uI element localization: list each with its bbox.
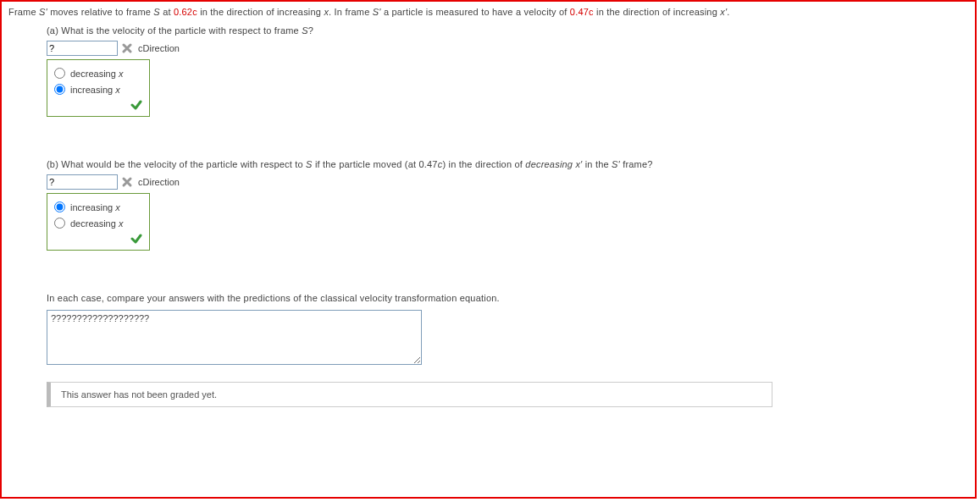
compare-prompt: In each case, compare your answers with … bbox=[47, 293, 968, 303]
text: at bbox=[160, 7, 174, 17]
grading-status-box: This answer has not been graded yet. bbox=[47, 382, 772, 407]
option-label: increasing x bbox=[70, 202, 120, 212]
part-b-answer-row: cDirection bbox=[47, 174, 968, 190]
text: a particle is measured to have a velocit… bbox=[381, 7, 570, 17]
text: ? bbox=[308, 25, 313, 36]
radio-decreasing-x[interactable] bbox=[54, 68, 65, 79]
text: Frame bbox=[8, 7, 39, 17]
unit-label: cDirection bbox=[138, 43, 180, 53]
radio-increasing-x[interactable] bbox=[54, 201, 65, 212]
text: . bbox=[727, 7, 729, 17]
value-speed-particle: 0.47c bbox=[570, 7, 594, 17]
correct-indicator-row bbox=[53, 231, 144, 248]
part-a-numeric-input[interactable] bbox=[47, 41, 118, 56]
phrase-decreasing-x-prime: decreasing x' bbox=[525, 159, 582, 169]
var-s: S bbox=[302, 25, 308, 36]
spacer bbox=[8, 251, 968, 288]
part-b-section: (b) What would be the velocity of the pa… bbox=[47, 159, 968, 251]
text: (b) What would be the velocity of the pa… bbox=[47, 159, 306, 169]
var-x: x bbox=[119, 218, 124, 229]
option-label: decreasing x bbox=[70, 218, 123, 229]
var-x: x bbox=[119, 69, 124, 79]
compare-section: In each case, compare your answers with … bbox=[47, 293, 968, 407]
question-frame: Frame S' moves relative to frame S at 0.… bbox=[0, 0, 977, 499]
radio-decreasing-x[interactable] bbox=[54, 218, 65, 229]
incorrect-icon bbox=[121, 42, 133, 54]
text: ) in the direction of bbox=[442, 159, 525, 169]
option-label: increasing x bbox=[70, 85, 120, 95]
part-b-numeric-input[interactable] bbox=[47, 174, 118, 190]
text: frame? bbox=[620, 159, 653, 169]
correct-icon bbox=[130, 233, 142, 245]
correct-indicator-row bbox=[53, 97, 144, 114]
essay-textarea[interactable] bbox=[47, 310, 422, 365]
text: in the direction of increasing bbox=[594, 7, 720, 17]
value-speed-frame: 0.62c bbox=[174, 7, 197, 17]
part-a-question: (a) What is the velocity of the particle… bbox=[47, 25, 968, 36]
part-a-answer-row: cDirection bbox=[47, 41, 968, 56]
var-s-prime: S' bbox=[612, 159, 620, 169]
var-x: x bbox=[115, 202, 120, 212]
part-b-question: (b) What would be the velocity of the pa… bbox=[47, 159, 968, 169]
text: in the bbox=[582, 159, 612, 169]
grading-status-text: This answer has not been graded yet. bbox=[61, 389, 217, 400]
part-a-direction-group: decreasing x increasing x bbox=[47, 59, 150, 117]
var-s: S bbox=[306, 159, 313, 169]
var-s: S bbox=[153, 7, 160, 17]
unit-label: cDirection bbox=[138, 177, 180, 187]
spacer bbox=[8, 117, 968, 154]
text: increasing bbox=[70, 202, 115, 212]
option-label: decreasing x bbox=[70, 69, 123, 79]
problem-statement: Frame S' moves relative to frame S at 0.… bbox=[8, 7, 968, 17]
var-s-prime: S' bbox=[373, 7, 381, 17]
part-a-section: (a) What is the velocity of the particle… bbox=[47, 25, 968, 117]
text: . In frame bbox=[329, 7, 373, 17]
var-s-prime: S' bbox=[39, 7, 47, 17]
text: decreasing bbox=[70, 69, 119, 79]
text: decreasing bbox=[70, 218, 119, 229]
text: moves relative to frame bbox=[47, 7, 153, 17]
part-a-option-increasing[interactable]: increasing x bbox=[53, 81, 144, 97]
text: in the direction of increasing bbox=[197, 7, 324, 17]
text: increasing bbox=[70, 85, 115, 95]
part-b-option-decreasing[interactable]: decreasing x bbox=[53, 215, 144, 231]
correct-icon bbox=[130, 99, 142, 111]
part-a-option-decreasing[interactable]: decreasing x bbox=[53, 65, 144, 81]
text: if the particle moved (at 0.47 bbox=[313, 159, 438, 169]
incorrect-icon bbox=[121, 176, 133, 188]
radio-increasing-x[interactable] bbox=[54, 84, 65, 95]
text: (a) What is the velocity of the particle… bbox=[47, 25, 302, 36]
part-b-option-increasing[interactable]: increasing x bbox=[53, 199, 144, 215]
part-b-direction-group: increasing x decreasing x bbox=[47, 193, 150, 251]
var-x: x bbox=[115, 85, 120, 95]
